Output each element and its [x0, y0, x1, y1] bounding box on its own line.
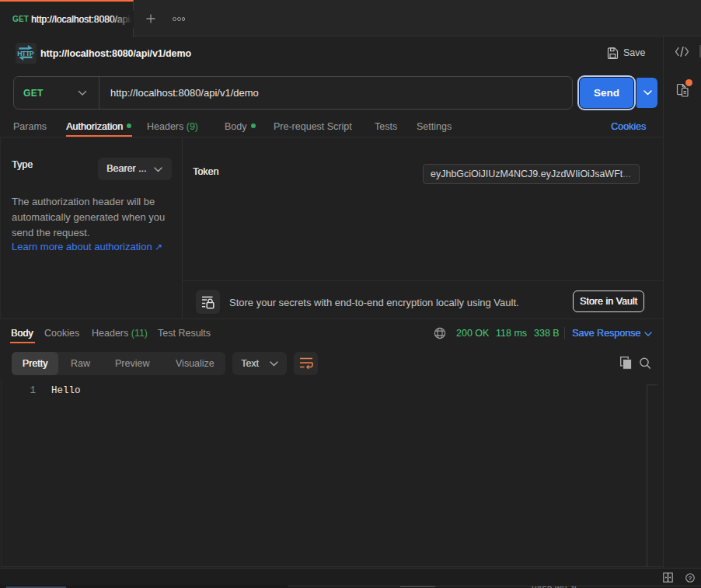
svg-text:HTTP: HTTP [17, 50, 34, 57]
svg-text:?: ? [689, 575, 692, 582]
